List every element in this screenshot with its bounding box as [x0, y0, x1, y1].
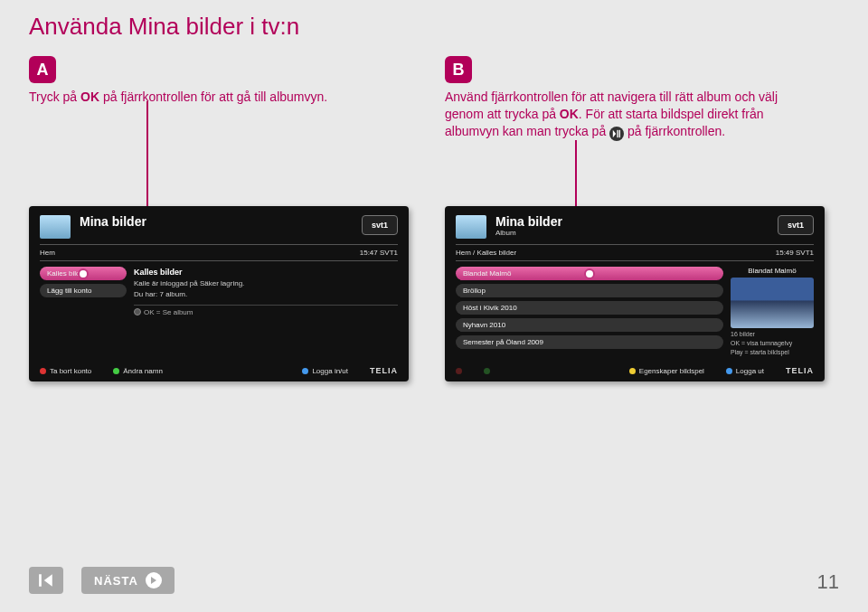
tv-a-hint: OK = Se album: [134, 305, 398, 316]
tv-a-footer-red-label: Ta bort konto: [50, 367, 91, 375]
green-dot-icon: [113, 368, 119, 374]
tv-b-album-3[interactable]: Nyhavn 2010: [456, 318, 723, 332]
tv-screen-a: Mina bilder svt1 Hem 15:47 SVT1 Kalles b…: [29, 206, 409, 381]
tv-b-preview-line1: 16 bilder: [731, 331, 814, 337]
step-a-text-before: Tryck på: [29, 89, 80, 104]
tv-b-preview-line2: OK = visa tumnagelvy: [731, 340, 814, 346]
step-a-text-after: på fjärrkontrollen för att gå till album…: [99, 89, 327, 104]
tv-b-footer: Egenskaper bildspel Logga ut TELIA: [456, 366, 814, 375]
svg-rect-0: [618, 130, 618, 137]
tv-b-album-3-label: Nyhavn 2010: [463, 321, 505, 329]
tv-a-header: Mina bilder svt1: [40, 215, 398, 239]
step-b-line1-tail: på fjärrkontrollen.: [627, 124, 725, 138]
prev-button[interactable]: [29, 567, 63, 594]
tv-b-footer-yellow[interactable]: Egenskaper bildspel: [629, 367, 704, 375]
tv-screens-row: Mina bilder svt1 Hem 15:47 SVT1 Kalles b…: [29, 206, 839, 381]
tv-a-mid-column: Kalles bilder Kalle är inloggad på Säker…: [134, 267, 398, 316]
tv-a-breadcrumb-right: 15:47 SVT1: [360, 249, 398, 257]
tv-b-footer-green: [484, 368, 490, 374]
tv-b-channel-badge: svt1: [778, 215, 814, 235]
tv-b-subtitle: Album: [495, 229, 769, 237]
page-title: Använda Mina bilder i tv:n: [29, 13, 299, 41]
next-button-label: NÄSTA: [94, 574, 138, 588]
tv-a-footer-blue-label: Logga in/ut: [312, 367, 348, 375]
tv-b-breadcrumb-right: 15:49 SVT1: [776, 249, 814, 257]
step-b: B Använd fjärrkontrollen för att naviger…: [445, 56, 825, 141]
tv-a-footer: Ta bort konto Ändra namn Logga in/ut TEL…: [40, 366, 398, 375]
skip-back-icon: [38, 572, 54, 588]
tv-b-preview-line3: Play = starta bildspel: [731, 349, 814, 355]
callout-anchor-a: [78, 268, 89, 279]
step-a: A Tryck på OK på fjärrkontrollen för att…: [29, 56, 409, 141]
tv-a-body: Kalles bilder Lägg till konto Kalles bil…: [40, 267, 398, 316]
tv-b-album-list: Blandat Malmö Bröllop Höst i Kivik 2010 …: [456, 267, 723, 355]
tv-b-thumbnail: [456, 215, 486, 239]
tv-b-footer-red: [456, 368, 462, 374]
tv-b-breadcrumb: Hem / Kalles bilder 15:49 SVT1: [456, 244, 814, 261]
tv-screen-b: Mina bilder Album svt1 Hem / Kalles bild…: [445, 206, 825, 381]
arrow-right-icon: [146, 572, 162, 588]
tv-a-hint-text: OK = Se album: [144, 308, 193, 316]
red-dot-icon: [40, 368, 46, 374]
ok-dot-icon: [134, 308, 141, 315]
tv-b-preview: Blandat Malmö 16 bilder OK = visa tumnag…: [731, 267, 814, 355]
red-dot-icon: [456, 368, 462, 374]
tv-a-footer-blue[interactable]: Logga in/ut: [302, 367, 348, 375]
tv-a-mid-line2: Du har: 7 album.: [134, 290, 398, 298]
tv-b-title: Mina bilder: [495, 215, 769, 228]
green-dot-icon: [484, 368, 490, 374]
tv-a-footer-red[interactable]: Ta bort konto: [40, 367, 91, 375]
tv-a-breadcrumb: Hem 15:47 SVT1: [40, 244, 398, 261]
svg-rect-1: [619, 130, 620, 137]
tv-b-album-2-label: Höst i Kivik 2010: [463, 304, 517, 312]
steps-row: A Tryck på OK på fjärrkontrollen för att…: [29, 56, 839, 141]
tv-b-album-1-label: Bröllop: [463, 287, 486, 295]
page-number: 11: [817, 570, 839, 594]
tv-b-album-4-label: Semester på Öland 2009: [463, 338, 543, 346]
tv-a-footer-logo: TELIA: [370, 366, 398, 375]
tv-a-footer-green[interactable]: Ändra namn: [113, 367, 163, 375]
tv-a-mid-title: Kalles bilder: [134, 268, 398, 277]
tv-b-body: Blandat Malmö Bröllop Höst i Kivik 2010 …: [456, 267, 814, 355]
tv-b-footer-blue-label: Logga ut: [736, 367, 764, 375]
step-b-badge: B: [445, 56, 472, 83]
tv-b-album-0[interactable]: Blandat Malmö: [456, 267, 723, 280]
step-a-text: Tryck på OK på fjärrkontrollen för att g…: [29, 89, 391, 106]
blue-dot-icon: [726, 368, 732, 374]
tv-a-channel-badge: svt1: [362, 215, 398, 235]
step-b-ok: OK: [560, 107, 579, 121]
next-button[interactable]: NÄSTA: [81, 567, 175, 594]
tv-b-preview-title: Blandat Malmö: [731, 267, 814, 275]
tv-b-footer-blue[interactable]: Logga ut: [726, 367, 764, 375]
yellow-dot-icon: [629, 368, 636, 374]
tv-a-mid-line1: Kalle är inloggad på Säker lagring.: [134, 279, 398, 287]
step-b-text: Använd fjärrkontrollen för att navigera …: [445, 89, 807, 141]
tv-b-album-1[interactable]: Bröllop: [456, 284, 723, 297]
step-a-badge: A: [29, 56, 56, 83]
blue-dot-icon: [302, 368, 308, 374]
tv-b-footer-yellow-label: Egenskaper bildspel: [639, 367, 704, 375]
tv-a-item-add-account[interactable]: Lägg till konto: [40, 284, 127, 297]
tv-b-footer-logo: TELIA: [786, 366, 814, 375]
tv-a-title: Mina bilder: [80, 215, 353, 228]
tv-a-item-1-label: Lägg till konto: [47, 287, 91, 295]
tv-b-header: Mina bilder Album svt1: [456, 215, 814, 239]
tv-a-footer-green-label: Ändra namn: [123, 367, 163, 375]
bottom-nav: NÄSTA: [29, 567, 175, 594]
play-pause-icon: [609, 127, 624, 141]
tv-b-album-0-label: Blandat Malmö: [463, 269, 511, 278]
tv-b-preview-image: [731, 278, 814, 328]
tv-b-album-4[interactable]: Semester på Öland 2009: [456, 335, 723, 349]
tv-a-breadcrumb-left: Hem: [40, 249, 55, 257]
tv-a-left-column: Kalles bilder Lägg till konto: [40, 267, 127, 316]
tv-b-album-2[interactable]: Höst i Kivik 2010: [456, 301, 723, 315]
tv-a-thumbnail: [40, 215, 71, 239]
callout-anchor-b: [584, 268, 595, 279]
step-a-ok: OK: [80, 89, 99, 104]
tv-b-breadcrumb-left: Hem / Kalles bilder: [456, 249, 516, 257]
svg-rect-2: [39, 574, 42, 587]
tv-a-item-kalles-bilder[interactable]: Kalles bilder: [40, 267, 127, 280]
